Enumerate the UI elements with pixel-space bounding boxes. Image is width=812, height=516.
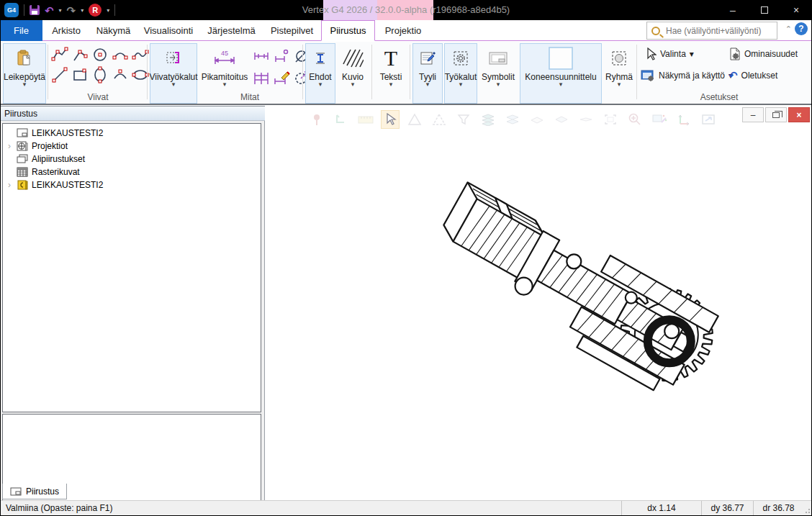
document-minimize-button[interactable]: –	[742, 107, 764, 122]
text-button[interactable]: T Teksti ▾	[374, 43, 407, 104]
angle-line-tool-icon[interactable]	[71, 46, 89, 63]
window-controls: – ×	[717, 0, 812, 20]
layers-light-icon[interactable]	[503, 110, 522, 129]
window-minimize-button[interactable]: –	[717, 0, 749, 20]
arc-tool-icon[interactable]	[111, 46, 130, 63]
line-tools-icon	[164, 47, 183, 69]
layers-icon[interactable]	[479, 110, 497, 129]
quick-dimension-button[interactable]: 45 Pikamitoitus ▾	[199, 43, 251, 95]
tab-projektio[interactable]: Projektio	[375, 20, 431, 41]
expand-chevron-icon[interactable]: ›	[6, 141, 13, 151]
rectangle-tool-icon[interactable]	[71, 66, 89, 83]
sidebar-tabbar: Piirustus	[0, 484, 265, 500]
resize-grip[interactable]	[803, 501, 812, 516]
expand-chevron-icon[interactable]: ›	[6, 180, 13, 190]
status-dx: dx 1.14	[621, 501, 701, 516]
polyline-tool-icon[interactable]	[50, 46, 69, 63]
style-button[interactable]: Tyyli ▾	[412, 43, 443, 104]
fit-view-icon[interactable]	[699, 110, 718, 129]
triangle-dashed-icon[interactable]	[430, 110, 448, 129]
ellipse-tool-icon[interactable]	[91, 66, 109, 83]
tab-jarjestelma[interactable]: Järjestelmä	[200, 20, 263, 41]
linear-dimension-icon[interactable]	[252, 47, 271, 65]
tree-row-leikkaustesti2[interactable]: › LEIKKAUSTESTI2	[3, 178, 261, 191]
style-icon	[418, 47, 437, 69]
view-and-use-label: Näkymä ja käyttö	[659, 71, 725, 81]
sidebar-tab-label: Piirustus	[26, 486, 59, 497]
tree-label: Alipiirustukset	[32, 154, 85, 164]
tree-label: Rasterikuvat	[32, 167, 80, 177]
line-tools-button[interactable]: Viivatyökalut ▾	[150, 43, 197, 104]
chain-dimension-icon[interactable]	[252, 69, 271, 86]
edit-dimension-icon[interactable]	[272, 69, 291, 86]
selection-cursor-icon	[645, 47, 657, 60]
dropdown-caret-icon: ▾	[690, 49, 694, 59]
layer-flat-icon[interactable]	[528, 110, 546, 129]
tree-row-alipiirustukset[interactable]: Alipiirustukset	[3, 153, 261, 166]
window-maximize-button[interactable]	[749, 0, 780, 20]
machine-design-button[interactable]: Koneensuunnittelu ▾	[520, 43, 602, 104]
dropdown-caret-icon: ▾	[172, 82, 176, 86]
tree-label: Projektiot	[32, 141, 68, 151]
dropdown-caret-icon: ▾	[319, 82, 322, 86]
symbols-button[interactable]: Symbolit ▾	[479, 43, 517, 104]
tree-row-projektiot[interactable]: › Projektiot	[3, 140, 261, 153]
tree-row-root[interactable]: LEIKKAUSTESTI2	[3, 127, 261, 140]
dim-45: 45	[221, 50, 228, 57]
help-icon[interactable]: ?	[795, 22, 808, 35]
status-dr: dr 36.78	[753, 501, 803, 516]
group-separator	[147, 45, 148, 99]
pan-icon[interactable]	[332, 110, 351, 129]
tab-arkisto[interactable]: Arkisto	[42, 20, 90, 41]
document-window-controls: – ×	[742, 107, 810, 122]
selection-button[interactable]: Valinta ▾	[645, 47, 694, 60]
text-icon: T	[384, 47, 397, 69]
hatch-button[interactable]: Kuvio ▾	[337, 43, 369, 104]
defaults-button[interactable]: ↶ Oletukset	[728, 69, 777, 82]
search-box[interactable]	[646, 22, 777, 40]
ruler-icon[interactable]	[356, 110, 375, 129]
tree-row-rasterikuvat[interactable]: Rasterikuvat	[3, 166, 261, 178]
group-icon	[610, 47, 628, 69]
pin-icon[interactable]	[307, 110, 326, 129]
axes-icon[interactable]	[675, 110, 693, 129]
titlebar: G4 ↶ ▾ ↷ ▾ R ▾ Vertex G4 2026 / 32.0.0-a…	[0, 0, 812, 20]
search-input[interactable]	[664, 25, 765, 37]
model-icon	[17, 180, 28, 190]
document-close-button[interactable]: ×	[788, 107, 810, 122]
document-restore-button[interactable]	[765, 107, 787, 122]
dropdown-caret-icon: ▾	[559, 82, 563, 86]
tools-button[interactable]: Työkalut ▾	[444, 43, 477, 104]
triangle-icon[interactable]	[405, 110, 424, 129]
window-close-button[interactable]: ×	[780, 0, 812, 20]
properties-button[interactable]: Ominaisuudet	[728, 47, 798, 60]
color-picker-icon[interactable]	[650, 110, 669, 129]
canvas-floating-toolbar	[307, 110, 718, 129]
circle-tool-icon[interactable]	[91, 46, 109, 63]
layer-thin-icon[interactable]	[577, 110, 595, 129]
clipboard-button[interactable]: Leikepöytä ▾	[3, 43, 46, 104]
drawing-canvas[interactable]: – ×	[266, 106, 812, 500]
arc3-tool-icon[interactable]	[111, 66, 130, 83]
select-cursor-icon[interactable]	[381, 110, 400, 129]
tab-visualisointi[interactable]: Visualisointi	[137, 20, 200, 41]
sidebar-tab-piirustus[interactable]: Piirustus	[2, 484, 67, 499]
view-and-use-button[interactable]: Näkymä ja käyttö ▾	[641, 69, 733, 82]
constraints-button[interactable]: Ehdot ▾	[305, 43, 335, 104]
tab-file[interactable]: File	[0, 20, 42, 41]
selection-frame-icon[interactable]	[601, 110, 620, 129]
tab-pistepilvet[interactable]: Pistepilvet	[263, 20, 321, 41]
node-dimension-icon[interactable]	[272, 47, 291, 65]
tab-piirustus[interactable]: Piirustus	[321, 20, 375, 41]
filter-icon[interactable]	[454, 110, 473, 129]
restore-icon	[772, 112, 780, 118]
drawing-icon	[17, 128, 28, 138]
line-tool-icon[interactable]	[50, 66, 69, 83]
tab-nakyma[interactable]: Näkymä	[90, 20, 137, 41]
group-label-asetukset: Asetukset	[641, 92, 798, 102]
zoom-in-icon[interactable]	[626, 110, 644, 129]
collapse-ribbon-caret-icon[interactable]: ⌃	[785, 24, 792, 34]
layer-flat2-icon[interactable]	[552, 110, 571, 129]
group-button[interactable]: Ryhmä ▾	[605, 43, 633, 104]
subdrawings-icon	[17, 154, 28, 164]
